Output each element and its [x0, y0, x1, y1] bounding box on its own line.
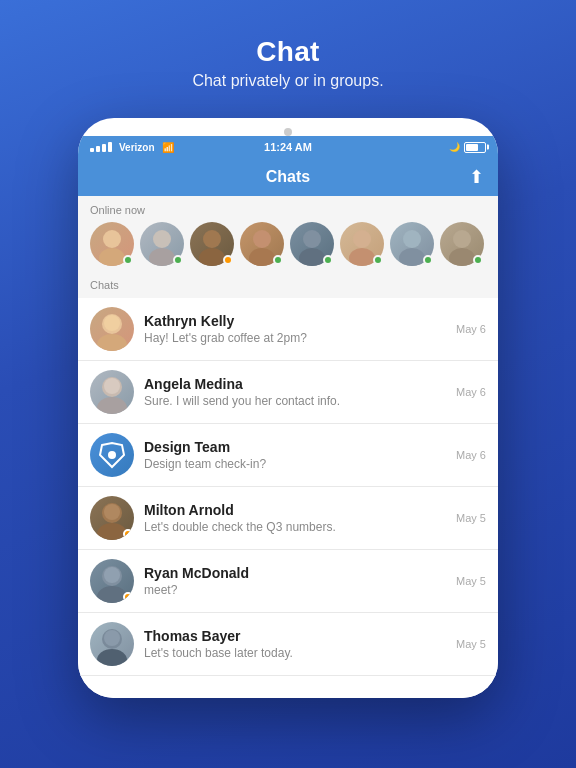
chat-preview: Sure. I will send you her contact info. — [144, 394, 448, 408]
svg-point-10 — [353, 230, 371, 248]
svg-point-14 — [453, 230, 471, 248]
chat-avatar — [90, 496, 134, 540]
online-avatar-8[interactable] — [440, 222, 484, 266]
svg-point-28 — [104, 567, 120, 583]
online-status-dot — [423, 255, 433, 265]
online-status-dot — [273, 255, 283, 265]
chat-item-milton[interactable]: Milton Arnold Let's double check the Q3 … — [78, 487, 498, 550]
chat-time: May 5 — [456, 575, 486, 587]
chat-time: May 6 — [456, 449, 486, 461]
online-avatar-4[interactable] — [240, 222, 284, 266]
carrier-label: Verizon — [119, 142, 155, 153]
online-status-dot — [473, 255, 483, 265]
svg-point-17 — [97, 334, 127, 351]
svg-point-4 — [203, 230, 221, 248]
chat-name: Ryan McDonald — [144, 565, 448, 581]
svg-point-1 — [99, 248, 125, 266]
svg-point-6 — [253, 230, 271, 248]
svg-point-13 — [399, 248, 425, 266]
chat-time: May 6 — [456, 323, 486, 335]
online-status-dot — [123, 255, 133, 265]
svg-point-8 — [303, 230, 321, 248]
wifi-icon: 📶 — [162, 142, 174, 153]
chat-name: Kathryn Kelly — [144, 313, 448, 329]
svg-point-18 — [104, 315, 120, 331]
chat-info: Ryan McDonald meet? — [144, 565, 448, 597]
chat-time: May 5 — [456, 512, 486, 524]
chats-section: Chats Kathryn Kelly Hay! Let's grab coff… — [78, 270, 498, 698]
chat-item-thomas[interactable]: Thomas Bayer Let's touch base later toda… — [78, 613, 498, 676]
page-header: Chat Chat privately or in groups. — [192, 36, 383, 90]
svg-point-20 — [97, 397, 127, 414]
battery-icon — [464, 142, 486, 153]
online-label: Online now — [90, 204, 486, 216]
chat-name: Design Team — [144, 439, 448, 455]
status-dot — [123, 592, 133, 602]
chat-avatar — [90, 307, 134, 351]
compose-icon[interactable]: ⬆︎ — [469, 166, 484, 188]
svg-point-30 — [97, 649, 127, 666]
chat-info: Milton Arnold Let's double check the Q3 … — [144, 502, 448, 534]
chat-avatar — [90, 433, 134, 477]
online-status-dot — [223, 255, 233, 265]
moon-icon: 🌙 — [449, 142, 460, 152]
nav-title: Chats — [266, 168, 310, 186]
chat-preview: Design team check-in? — [144, 457, 448, 471]
signal-icon — [90, 142, 112, 152]
online-status-dot — [373, 255, 383, 265]
chats-header: Chats — [78, 270, 498, 298]
chat-time: May 6 — [456, 386, 486, 398]
chat-info: Kathryn Kelly Hay! Let's grab coffee at … — [144, 313, 448, 345]
page-title: Chat — [192, 36, 383, 68]
chat-name: Milton Arnold — [144, 502, 448, 518]
chat-name: Angela Medina — [144, 376, 448, 392]
chat-preview: meet? — [144, 583, 448, 597]
chat-info: Design Team Design team check-in? — [144, 439, 448, 471]
chat-preview: Hay! Let's grab coffee at 2pm? — [144, 331, 448, 345]
chat-item-kathryn[interactable]: Kathryn Kelly Hay! Let's grab coffee at … — [78, 298, 498, 361]
svg-point-9 — [299, 248, 325, 266]
svg-point-22 — [108, 451, 116, 459]
chat-name: Thomas Bayer — [144, 628, 448, 644]
svg-point-15 — [449, 248, 475, 266]
online-avatar-2[interactable] — [140, 222, 184, 266]
chat-item-ryan[interactable]: Ryan McDonald meet? May 5 — [78, 550, 498, 613]
chat-info: Thomas Bayer Let's touch base later toda… — [144, 628, 448, 660]
chat-list: Kathryn Kelly Hay! Let's grab coffee at … — [78, 298, 498, 676]
svg-point-3 — [149, 248, 175, 266]
svg-point-12 — [403, 230, 421, 248]
status-bar: Verizon 📶 11:24 AM 🌙 — [78, 136, 498, 158]
online-avatars-list — [90, 222, 486, 266]
svg-point-31 — [104, 630, 120, 646]
chat-item-angela[interactable]: Angela Medina Sure. I will send you her … — [78, 361, 498, 424]
online-avatar-3[interactable] — [190, 222, 234, 266]
chat-info: Angela Medina Sure. I will send you her … — [144, 376, 448, 408]
online-status-dot — [173, 255, 183, 265]
chat-avatar — [90, 559, 134, 603]
svg-point-25 — [104, 504, 120, 520]
chat-preview: Let's touch base later today. — [144, 646, 448, 660]
svg-point-5 — [199, 248, 225, 266]
status-right: 🌙 — [449, 142, 486, 153]
status-left: Verizon 📶 — [90, 142, 174, 153]
online-section: Online now — [78, 196, 498, 270]
device-frame: Verizon 📶 11:24 AM 🌙 Chats ⬆︎ Online now — [78, 118, 498, 698]
chat-preview: Let's double check the Q3 numbers. — [144, 520, 448, 534]
online-avatar-5[interactable] — [290, 222, 334, 266]
chat-avatar — [90, 622, 134, 666]
online-avatar-1[interactable] — [90, 222, 134, 266]
online-avatar-6[interactable] — [340, 222, 384, 266]
svg-point-0 — [103, 230, 121, 248]
chat-item-design-team[interactable]: Design Team Design team check-in? May 6 — [78, 424, 498, 487]
svg-point-7 — [249, 248, 275, 266]
status-dot — [123, 529, 133, 539]
nav-bar: Chats ⬆︎ — [78, 158, 498, 196]
online-status-dot — [323, 255, 333, 265]
svg-point-11 — [349, 248, 375, 266]
status-time: 11:24 AM — [264, 141, 312, 153]
online-avatar-7[interactable] — [390, 222, 434, 266]
page-subtitle: Chat privately or in groups. — [192, 72, 383, 90]
chats-label: Chats — [90, 279, 119, 291]
svg-point-2 — [153, 230, 171, 248]
svg-point-21 — [104, 378, 120, 394]
